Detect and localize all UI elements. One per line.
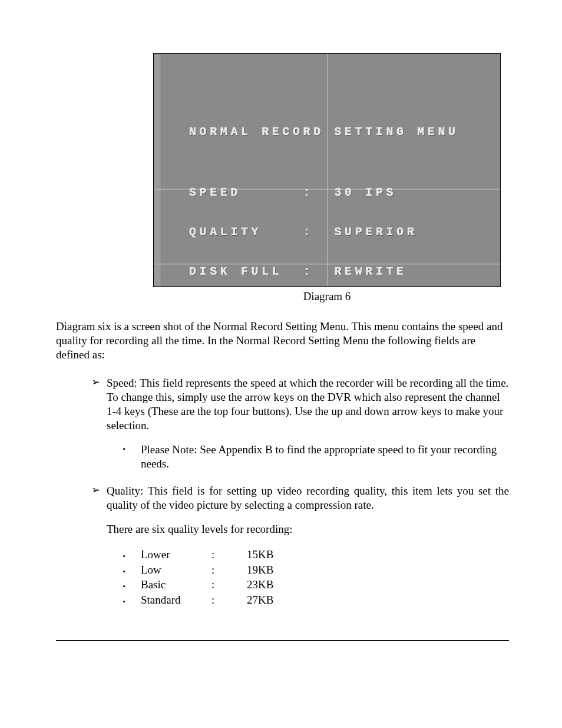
square-bullet-icon: ▪ xyxy=(123,567,141,576)
osd-value: REWRITE xyxy=(334,265,406,278)
quality-level-row: ▪ Lower : 15KB xyxy=(123,547,509,562)
figure-container: NORMAL RECORD SETTING MENU SPEED : 30 IP… xyxy=(153,53,501,303)
list-item-quality: ➢ Quality: This field is for setting up … xyxy=(91,484,509,608)
quality-levels-intro: There are six quality levels for recordi… xyxy=(107,522,509,536)
quality-sep: : xyxy=(211,577,247,592)
osd-title: NORMAL RECORD SETTING MENU xyxy=(189,125,459,139)
osd-overlay: NORMAL RECORD SETTING MENU SPEED : 30 IP… xyxy=(189,98,459,287)
quality-levels-list: ▪ Lower : 15KB ▪ Low : 19KB ▪ Basic xyxy=(123,547,509,608)
figure-caption: Diagram 6 xyxy=(153,290,501,303)
speed-text: Speed: This field represents the speed a… xyxy=(107,377,508,431)
osd-sep: : xyxy=(303,186,314,199)
speed-sublist: ▪ Please Note: See Appendix B to find th… xyxy=(123,443,509,471)
quality-name: Basic xyxy=(141,577,211,592)
list-item-speed: ➢ Speed: This field represents the speed… xyxy=(91,376,509,473)
osd-row-quality: QUALITY : SUPERIOR xyxy=(189,226,459,238)
sublist-item-note: ▪ Please Note: See Appendix B to find th… xyxy=(123,443,509,471)
list-item-text: Quality: This field is for setting up vi… xyxy=(107,484,509,608)
quality-name: Low xyxy=(141,562,211,578)
quality-level-row: ▪ Standard : 27KB xyxy=(123,592,509,608)
document-page: NORMAL RECORD SETTING MENU SPEED : 30 IP… xyxy=(0,0,562,676)
quality-sep: : xyxy=(211,562,247,578)
quality-sep: : xyxy=(211,547,247,562)
field-definitions-list: ➢ Speed: This field represents the speed… xyxy=(91,376,509,607)
quality-sep: : xyxy=(211,592,247,608)
quality-name: Lower xyxy=(141,547,211,562)
quality-size: 23KB xyxy=(247,577,294,592)
osd-label: QUALITY xyxy=(189,225,262,239)
quality-size: 15KB xyxy=(247,547,294,562)
osd-row-diskfull: DISK FULL : REWRITE xyxy=(189,265,459,278)
osd-label: SPEED xyxy=(189,186,241,199)
square-bullet-icon: ▪ xyxy=(123,552,141,561)
square-bullet-icon: ▪ xyxy=(123,597,141,606)
square-bullet-icon: ▪ xyxy=(123,582,141,591)
square-bullet-icon: ▪ xyxy=(123,443,141,455)
note-text: Please Note: See Appendix B to find the … xyxy=(141,443,509,471)
quality-size: 19KB xyxy=(247,562,294,578)
osd-sep: : xyxy=(303,225,314,239)
dvr-screenshot: NORMAL RECORD SETTING MENU SPEED : 30 IP… xyxy=(153,53,501,287)
osd-row-speed: SPEED : 30 IPS xyxy=(189,186,459,199)
list-item-text: Speed: This field represents the speed a… xyxy=(107,376,509,473)
crt-bezel xyxy=(154,54,162,286)
footer-rule xyxy=(56,640,509,641)
osd-value: SUPERIOR xyxy=(334,225,417,239)
quality-size: 27KB xyxy=(247,592,294,608)
osd-sep: : xyxy=(303,265,314,278)
quality-text: Quality: This field is for setting up vi… xyxy=(107,485,509,511)
osd-label: DISK FULL xyxy=(189,265,282,278)
arrow-bullet-icon: ➢ xyxy=(91,376,107,389)
arrow-bullet-icon: ➢ xyxy=(91,484,107,497)
intro-paragraph: Diagram six is a screen shot of the Norm… xyxy=(56,319,509,361)
quality-name: Standard xyxy=(141,592,211,608)
quality-level-row: ▪ Low : 19KB xyxy=(123,562,509,578)
quality-level-row: ▪ Basic : 23KB xyxy=(123,577,509,592)
osd-value: 30 IPS xyxy=(334,186,396,199)
